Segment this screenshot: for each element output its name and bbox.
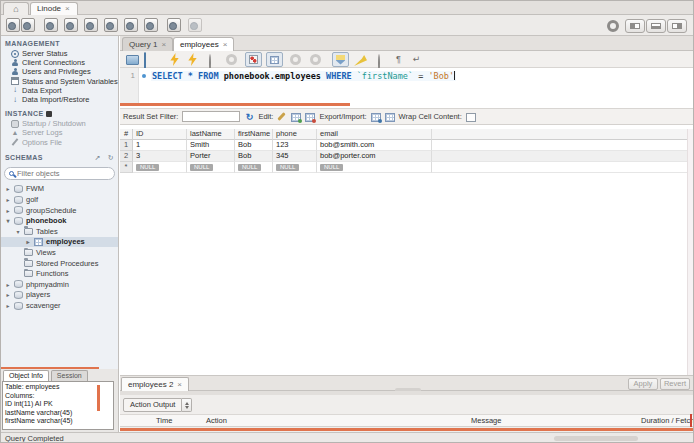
rollback-icon[interactable] (310, 54, 321, 65)
output-scrollbar[interactable] (690, 414, 692, 427)
open-sql-file-icon[interactable] (21, 18, 35, 32)
object-info-scrollbar[interactable] (97, 385, 100, 411)
limit-rows-button[interactable] (266, 52, 283, 67)
tree-item-tables[interactable]: ▾Tables (1, 226, 118, 237)
expand-schemas-icon[interactable]: ↗ (94, 154, 100, 162)
sidebar-item-options-file[interactable]: Options File (1, 138, 118, 147)
col-header-id[interactable]: ID (133, 129, 187, 140)
tree-item-phonebook[interactable]: ▾phonebook (1, 215, 118, 226)
caret-down-icon[interactable]: ▾ (5, 217, 11, 224)
tree-item-groupschedule[interactable]: ▸groupSchedule (1, 205, 118, 216)
open-script-icon[interactable] (126, 55, 139, 65)
sidebar-item-data-export[interactable]: ↓Data Export (1, 86, 118, 95)
tab-query-1[interactable]: Query 1× (122, 37, 173, 51)
tree-item-functions[interactable]: Functions (1, 268, 118, 279)
tab-session[interactable]: Session (51, 370, 88, 381)
schema-filter-box[interactable] (4, 167, 115, 180)
new-view-icon[interactable] (84, 18, 98, 32)
tree-item-employees[interactable]: ▸employees (1, 237, 118, 248)
cell-lastname[interactable]: Porter (187, 151, 235, 162)
cell-id[interactable]: 3 (133, 151, 187, 162)
editor-splitter-highlight[interactable] (120, 103, 350, 106)
apply-button[interactable]: Apply (628, 378, 658, 390)
wrap-cell-content-icon[interactable] (466, 113, 476, 122)
col-header-phone[interactable]: phone (273, 129, 317, 140)
sql-code-editor[interactable]: 1 SELECT * FROM phonebook.employees WHER… (120, 68, 693, 103)
tree-item-fwm[interactable]: ▸FWM (1, 184, 118, 195)
new-schema-icon[interactable] (44, 18, 58, 32)
cell-null[interactable]: NULL (317, 162, 432, 173)
toggle-left-panel-button[interactable] (625, 19, 645, 33)
result-grid-scrollbar[interactable] (687, 129, 693, 375)
beautify-sql-icon[interactable] (354, 53, 367, 66)
new-row-marker[interactable]: * (120, 162, 133, 173)
col-header-lastname[interactable]: lastName (187, 129, 235, 140)
toggle-stop-on-error-button[interactable] (245, 52, 262, 67)
tree-item-golf[interactable]: ▸golf (1, 194, 118, 205)
stop-query-icon[interactable] (226, 54, 237, 65)
import-records-icon[interactable] (385, 113, 395, 122)
new-function-icon[interactable] (124, 18, 138, 32)
sidebar-item-startup-shutdown[interactable]: Startup / Shutdown (1, 119, 118, 128)
tree-item-phpmyadmin[interactable]: ▸phpmyadmin (1, 279, 118, 290)
new-table-icon[interactable] (64, 18, 78, 32)
cell-firstname[interactable]: Bob (235, 140, 273, 151)
row-number[interactable]: 2 (120, 151, 133, 162)
cell-null[interactable]: NULL (133, 162, 187, 173)
export-results-icon[interactable] (371, 113, 381, 122)
tab-employees[interactable]: employees× (173, 37, 234, 51)
caret-right-icon[interactable]: ▸ (5, 291, 11, 298)
tree-item-scavenger[interactable]: ▸scavenger (1, 300, 118, 311)
toggle-bottom-panel-button[interactable] (646, 19, 666, 33)
col-header-email[interactable]: email (317, 129, 432, 140)
result-filter-input[interactable] (182, 111, 240, 122)
caret-right-icon[interactable]: ▸ (5, 207, 11, 214)
close-icon[interactable]: × (65, 4, 70, 13)
close-icon[interactable]: × (223, 40, 228, 49)
col-header-time[interactable]: Time (156, 415, 172, 427)
sidebar-item-system-variables[interactable]: Status and System Variables (1, 77, 118, 86)
cell-phone[interactable]: 345 (273, 151, 317, 162)
col-header-message[interactable]: Message (471, 415, 501, 427)
sidebar-item-client-connections[interactable]: Client Connections (1, 58, 118, 67)
caret-right-icon[interactable]: ▸ (5, 185, 11, 192)
col-header-duration[interactable]: Duration / Fetch (641, 415, 693, 427)
stepper-icon[interactable] (182, 398, 192, 412)
revert-button[interactable]: Revert (660, 378, 690, 390)
sidebar-item-server-status[interactable]: Server Status (1, 49, 118, 58)
cell-phone[interactable]: 123 (273, 140, 317, 151)
add-row-icon[interactable] (291, 113, 301, 122)
invisible-characters-icon[interactable]: ¶ (392, 53, 405, 66)
refresh-schemas-icon[interactable]: ↻ (108, 154, 114, 162)
cell-null[interactable]: NULL (187, 162, 235, 173)
refresh-results-icon[interactable]: ↻ (244, 112, 254, 122)
caret-down-icon[interactable]: ▾ (15, 228, 21, 235)
row-number[interactable]: 1 (120, 140, 133, 151)
sql-statement[interactable]: SELECT * FROM phonebook.employees WHERE … (151, 71, 456, 81)
sidebar-item-users-privileges[interactable]: Users and Privileges (1, 67, 118, 76)
cell-email[interactable]: bob@smith.com (317, 140, 432, 151)
sidebar-item-data-import[interactable]: ↓Data Import/Restore (1, 95, 118, 104)
execute-query-icon[interactable] (168, 53, 181, 66)
new-query-tab-icon[interactable] (6, 18, 20, 32)
search-table-data-icon[interactable] (167, 18, 181, 32)
col-header-num[interactable]: # (120, 129, 133, 140)
col-header-action[interactable]: Action (206, 415, 227, 427)
tab-employees-2[interactable]: employees 2× (121, 377, 189, 392)
delete-row-icon[interactable] (305, 113, 315, 122)
close-icon[interactable]: × (161, 40, 166, 49)
toggle-autocommit-button[interactable] (332, 52, 349, 67)
wrap-text-icon[interactable]: ↵ (410, 53, 423, 66)
cell-firstname[interactable]: Bob (235, 151, 273, 162)
tab-object-info[interactable]: Object Info (3, 370, 49, 381)
connection-tab-linode[interactable]: Linode× (30, 2, 78, 15)
toggle-right-panel-button[interactable] (667, 19, 687, 33)
commit-icon[interactable] (290, 54, 301, 65)
horizontal-scrollbar[interactable] (554, 436, 638, 441)
reconnect-icon[interactable] (188, 18, 202, 32)
cell-id[interactable]: 1 (133, 140, 187, 151)
caret-right-icon[interactable]: ▸ (5, 302, 11, 309)
sidebar-item-server-logs[interactable]: ▲Server Logs (1, 128, 118, 137)
tree-item-players[interactable]: ▸players (1, 290, 118, 301)
caret-right-icon[interactable]: ▸ (5, 196, 11, 203)
